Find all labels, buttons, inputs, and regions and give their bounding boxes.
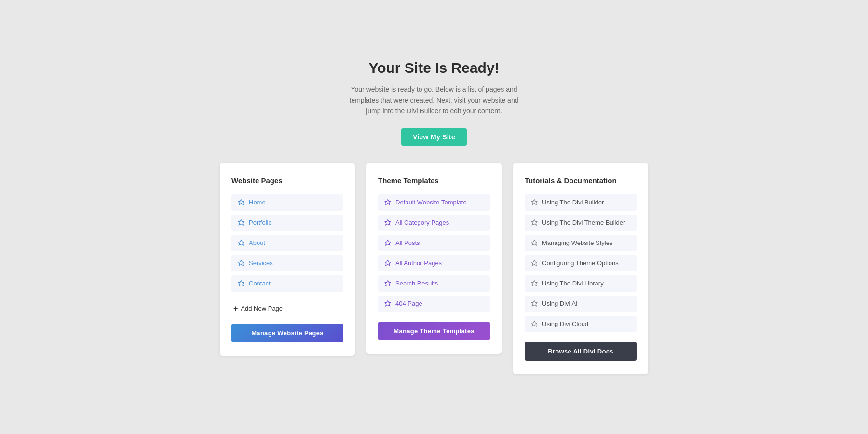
template-item-label: Search Results: [395, 280, 438, 287]
view-site-button[interactable]: View My Site: [401, 128, 467, 146]
divi-icon: [530, 239, 538, 247]
add-new-label: Add New Page: [241, 305, 283, 312]
tutorial-item-label: Managing Website Styles: [542, 239, 612, 246]
page-item-label: About: [249, 239, 265, 246]
list-item[interactable]: All Author Pages: [378, 255, 490, 271]
divi-icon: [237, 259, 245, 267]
divi-icon: [237, 219, 245, 227]
list-item[interactable]: Home: [231, 194, 343, 211]
tutorials-list: Using The Divi Builder Using The Divi Th…: [525, 194, 637, 332]
tutorials-card: Tutorials & Documentation Using The Divi…: [513, 163, 648, 374]
divi-icon: [384, 199, 392, 206]
list-item[interactable]: Search Results: [378, 275, 490, 292]
divi-icon: [384, 219, 392, 227]
add-new-page-row[interactable]: + Add New Page: [231, 301, 343, 316]
template-item-label: 404 Page: [395, 300, 422, 307]
list-item[interactable]: All Posts: [378, 235, 490, 251]
list-item[interactable]: Portfolio: [231, 215, 343, 231]
tutorial-item-label: Using The Divi Theme Builder: [542, 219, 625, 226]
divi-icon: [530, 219, 538, 227]
divi-icon: [384, 259, 392, 267]
list-item[interactable]: Using Divi AI: [525, 296, 637, 312]
cards-row: Website Pages Home Portfolio: [220, 163, 648, 374]
list-item[interactable]: Using The Divi Builder: [525, 194, 637, 211]
hero-subtitle: Your website is ready to go. Below is a …: [347, 84, 521, 116]
page-item-label: Contact: [249, 280, 271, 287]
divi-icon: [530, 259, 538, 267]
template-item-label: All Posts: [395, 239, 420, 246]
divi-icon: [384, 280, 392, 287]
divi-icon: [530, 199, 538, 206]
website-pages-card: Website Pages Home Portfolio: [220, 163, 355, 356]
divi-icon: [530, 280, 538, 287]
tutorial-item-label: Using The Divi Library: [542, 280, 604, 287]
page-wrapper: Your Site Is Ready! Your website is read…: [0, 0, 868, 434]
list-item[interactable]: Using The Divi Library: [525, 275, 637, 292]
tutorial-item-label: Using The Divi Builder: [542, 199, 604, 206]
page-item-label: Home: [249, 199, 266, 206]
list-item[interactable]: Contact: [231, 275, 343, 292]
divi-icon: [530, 320, 538, 328]
theme-templates-list: Default Website Template All Category Pa…: [378, 194, 490, 312]
website-pages-card-title: Website Pages: [231, 176, 343, 185]
divi-icon: [384, 239, 392, 247]
tutorial-item-label: Using Divi Cloud: [542, 320, 588, 327]
manage-website-pages-button[interactable]: Manage Website Pages: [231, 324, 343, 342]
template-item-label: Default Website Template: [395, 199, 467, 206]
list-item[interactable]: Configuring Theme Options: [525, 255, 637, 271]
list-item[interactable]: About: [231, 235, 343, 251]
divi-icon: [237, 280, 245, 287]
list-item[interactable]: Using The Divi Theme Builder: [525, 215, 637, 231]
tutorial-item-label: Using Divi AI: [542, 300, 578, 307]
template-item-label: All Category Pages: [395, 219, 449, 226]
list-item[interactable]: All Category Pages: [378, 215, 490, 231]
tutorials-card-title: Tutorials & Documentation: [525, 176, 637, 185]
divi-icon: [530, 300, 538, 308]
page-title: Your Site Is Ready!: [347, 60, 521, 76]
list-item[interactable]: Using Divi Cloud: [525, 316, 637, 332]
theme-templates-card: Theme Templates Default Website Template…: [366, 163, 502, 354]
website-pages-list: Home Portfolio About: [231, 194, 343, 292]
divi-icon: [237, 239, 245, 247]
hero-section: Your Site Is Ready! Your website is read…: [347, 60, 521, 145]
page-item-label: Portfolio: [249, 219, 272, 226]
tutorial-item-label: Configuring Theme Options: [542, 259, 619, 267]
divi-icon: [237, 199, 245, 206]
list-item[interactable]: Default Website Template: [378, 194, 490, 211]
browse-all-docs-button[interactable]: Browse All Divi Docs: [525, 342, 637, 361]
theme-templates-card-title: Theme Templates: [378, 176, 490, 185]
divi-icon: [384, 300, 392, 308]
list-item[interactable]: Services: [231, 255, 343, 271]
page-item-label: Services: [249, 259, 273, 267]
list-item[interactable]: 404 Page: [378, 296, 490, 312]
template-item-label: All Author Pages: [395, 259, 442, 267]
plus-icon: +: [233, 304, 238, 313]
list-item[interactable]: Managing Website Styles: [525, 235, 637, 251]
manage-theme-templates-button[interactable]: Manage Theme Templates: [378, 322, 490, 340]
